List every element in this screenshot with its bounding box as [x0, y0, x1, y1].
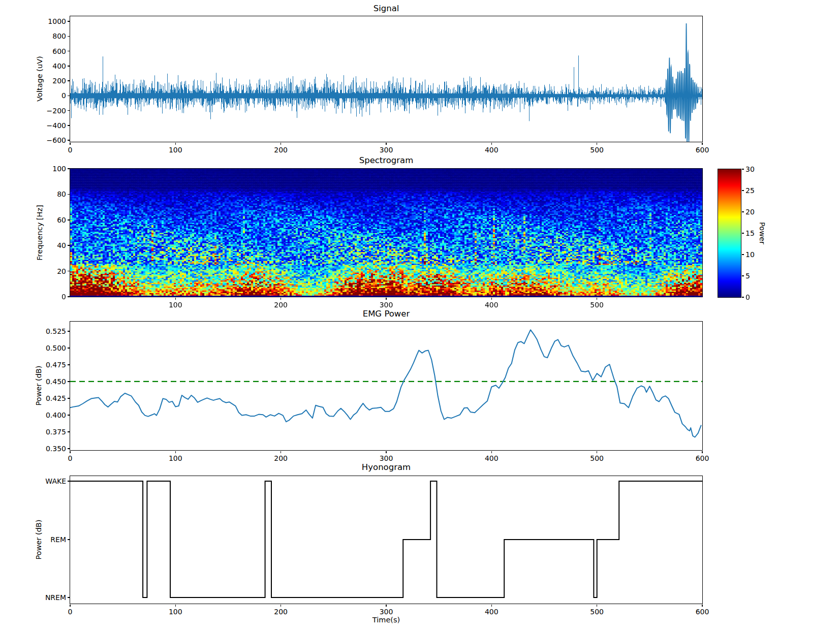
colorbar-tick-mark	[742, 211, 744, 212]
y-tick-mark	[68, 331, 70, 332]
y-tick-mark	[68, 539, 70, 540]
x-tick-label: 500	[577, 454, 617, 462]
y-tick-mark	[68, 398, 70, 399]
x-tick-label: 400	[471, 608, 512, 616]
x-tick-label: 100	[155, 454, 196, 462]
x-tick-label: 600	[682, 608, 723, 616]
time-axis-label: Time(s)	[70, 616, 702, 624]
x-tick-mark	[597, 605, 598, 607]
y-tick-label: 60	[57, 216, 66, 224]
spectrogram-ylabel: Frequency [Hz]	[36, 205, 44, 260]
colorbar-tick-label: 10	[745, 250, 755, 259]
colorbar-tick-mark	[742, 254, 744, 255]
y-tick-mark	[68, 296, 70, 297]
x-tick-label: 300	[366, 454, 407, 462]
spectrogram-heatmap	[70, 169, 702, 297]
x-tick-mark	[597, 298, 598, 300]
y-tick-label: −200	[47, 107, 66, 115]
x-tick-mark	[175, 143, 176, 145]
y-tick-mark	[68, 348, 70, 349]
x-tick-label: 0	[50, 146, 90, 154]
colorbar-label: Power	[758, 222, 766, 244]
y-tick-mark	[68, 219, 70, 220]
x-tick-label: 400	[471, 146, 512, 154]
emg-power-ylabel: Power (dB)	[35, 366, 43, 406]
y-tick-label: 400	[52, 62, 66, 70]
y-tick-mark	[68, 110, 70, 111]
y-tick-label: 0.350	[46, 445, 66, 453]
colorbar-tick-label: 5	[745, 272, 750, 280]
x-tick-mark	[386, 605, 387, 607]
stage-tick-label: NREM	[45, 593, 66, 602]
x-tick-label: 500	[577, 608, 617, 616]
colorbar-tick-label: 30	[745, 165, 755, 173]
colorbar-tick-label: 25	[745, 186, 755, 195]
x-tick-mark	[491, 451, 492, 453]
y-tick-mark	[68, 140, 70, 141]
y-tick-label: 200	[52, 77, 66, 85]
y-tick-mark	[68, 194, 70, 195]
y-tick-mark	[68, 80, 70, 81]
y-tick-mark	[68, 36, 70, 37]
y-tick-label: 0.500	[46, 344, 66, 352]
x-tick-mark	[175, 451, 176, 453]
x-tick-label: 300	[366, 608, 407, 616]
x-tick-mark	[597, 451, 598, 453]
y-tick-mark	[68, 448, 70, 449]
colorbar-tick-mark	[742, 169, 744, 170]
colorbar-tick-mark	[742, 190, 744, 191]
y-tick-mark	[68, 381, 70, 382]
x-tick-mark	[386, 451, 387, 453]
emg-power-line-chart	[70, 322, 702, 450]
emg-power-plot-area	[70, 321, 703, 451]
x-tick-mark	[70, 451, 71, 453]
signal-title: Signal	[70, 4, 702, 13]
emg-power-curve	[70, 330, 701, 437]
hypnogram-step-chart	[70, 476, 702, 604]
x-tick-label: 400	[471, 301, 512, 309]
y-tick-mark	[68, 125, 70, 126]
x-tick-mark	[702, 143, 703, 145]
x-tick-mark	[175, 298, 176, 300]
y-tick-label: 0.425	[46, 394, 66, 402]
y-tick-label: 40	[57, 241, 66, 249]
x-tick-label: 100	[155, 301, 196, 309]
y-tick-mark	[68, 245, 70, 246]
colorbar-tick-mark	[742, 275, 744, 276]
y-tick-mark	[68, 415, 70, 416]
figure: Signal Voltage (uV) Spectrogram Frequenc…	[0, 0, 840, 630]
x-tick-label: 200	[261, 608, 301, 616]
spectrogram-plot-area	[70, 168, 703, 297]
x-tick-mark	[281, 143, 282, 145]
x-tick-mark	[491, 143, 492, 145]
x-tick-label: 500	[577, 301, 617, 309]
x-tick-label: 200	[261, 301, 301, 309]
x-tick-mark	[702, 451, 703, 453]
hypnogram-step-line	[70, 481, 702, 597]
hypnogram-ylabel: Power (dB)	[35, 520, 43, 560]
y-tick-label: 0.525	[46, 327, 66, 335]
signal-plot-area	[70, 16, 703, 142]
x-tick-label: 500	[577, 146, 617, 154]
emg-power-title: EMG Power	[70, 309, 702, 319]
signal-ylabel: Voltage (uV)	[36, 56, 44, 101]
x-tick-label: 200	[261, 454, 301, 462]
stage-tick-label: REM	[50, 536, 66, 544]
y-tick-mark	[68, 481, 70, 482]
y-tick-label: 0.400	[46, 411, 66, 419]
colorbar-tick-mark	[742, 233, 744, 234]
x-tick-label: 400	[471, 454, 512, 462]
x-tick-label: 100	[155, 608, 196, 616]
x-tick-label: 600	[682, 146, 723, 154]
x-tick-mark	[281, 605, 282, 607]
y-tick-label: 20	[57, 267, 66, 275]
y-tick-label: 80	[57, 190, 66, 198]
y-tick-label: 0.375	[46, 428, 66, 436]
y-tick-label: 0.475	[46, 361, 66, 369]
y-tick-label: −600	[47, 136, 66, 144]
y-tick-label: 600	[52, 47, 66, 55]
x-tick-mark	[597, 143, 598, 145]
spectrogram-title: Spectrogram	[70, 155, 702, 165]
y-tick-label: 100	[52, 165, 66, 173]
x-tick-mark	[386, 143, 387, 145]
